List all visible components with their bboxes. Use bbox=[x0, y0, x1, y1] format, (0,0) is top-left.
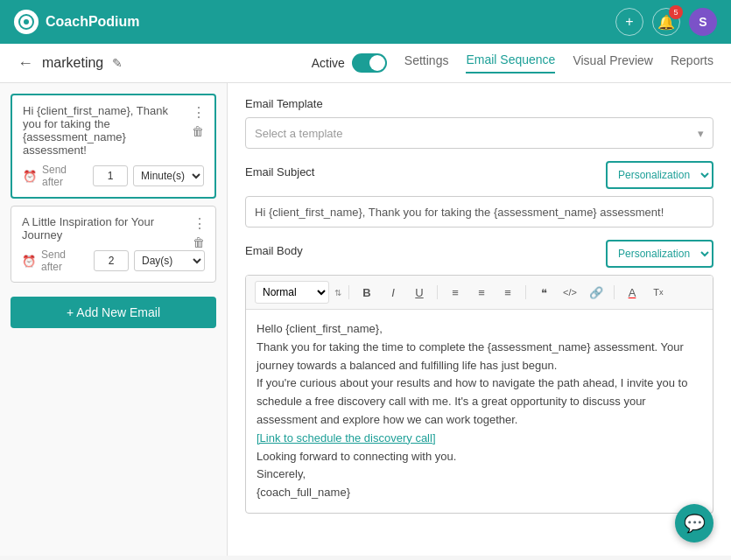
email-subject-group: Email Subject Personalization bbox=[245, 161, 713, 228]
clear-format-button[interactable]: Tx bbox=[648, 282, 669, 303]
code-button[interactable]: </> bbox=[559, 282, 580, 303]
align-button[interactable]: ≡ bbox=[497, 282, 518, 303]
active-label: Active bbox=[312, 56, 345, 70]
notification-badge: 5 bbox=[669, 5, 683, 19]
text-color-button[interactable]: A bbox=[622, 282, 643, 303]
underline-button[interactable]: U bbox=[409, 282, 430, 303]
editor-content[interactable]: Hello {client_first_name}, Thank you for… bbox=[246, 310, 713, 513]
page-title: marketing bbox=[42, 55, 103, 71]
email-subject-row: Email Subject Personalization bbox=[245, 161, 713, 189]
main-layout: Hi {client_first_name}, Thank you for ta… bbox=[0, 83, 731, 556]
chevron-icon: ⇅ bbox=[334, 288, 341, 298]
active-toggle-area: Active bbox=[312, 53, 387, 73]
back-button[interactable]: ← bbox=[18, 54, 33, 73]
chat-fab-button[interactable]: 💬 bbox=[675, 504, 713, 542]
tab-visual-preview[interactable]: Visual Preview bbox=[573, 53, 653, 73]
user-avatar[interactable]: S bbox=[689, 8, 717, 36]
email-card-1-title: Hi {client_first_name}, Thank you for ta… bbox=[23, 104, 204, 157]
app-header: CoachPodium + 🔔 5 S bbox=[0, 0, 731, 44]
text-style-select[interactable]: Normal Heading 1 Heading 2 bbox=[255, 281, 329, 304]
clock-icon-2: ⏰ bbox=[22, 255, 36, 268]
email-subject-input[interactable] bbox=[245, 196, 713, 228]
edit-icon[interactable]: ✎ bbox=[112, 56, 123, 70]
unordered-list-button[interactable]: ≡ bbox=[471, 282, 492, 303]
page-header: ← marketing ✎ Active Settings Email Sequ… bbox=[0, 44, 731, 83]
logo-icon bbox=[14, 10, 39, 34]
send-after-select-2[interactable]: Day(s) Minute(s) Hour(s) bbox=[134, 250, 205, 271]
email-subject-label: Email Subject bbox=[245, 165, 314, 178]
dots-menu-icon-1[interactable]: ⋮ bbox=[192, 104, 206, 121]
italic-button[interactable]: I bbox=[383, 282, 404, 303]
send-after-2: ⏰ Send after Day(s) Minute(s) Hour(s) bbox=[22, 248, 205, 273]
page-title-area: ← marketing ✎ bbox=[18, 54, 123, 73]
toolbar-divider-4 bbox=[614, 285, 615, 299]
toolbar-divider-3 bbox=[525, 285, 526, 299]
right-panel: Email Template Select a template ▾ Email… bbox=[228, 83, 731, 556]
email-card-2-title: A Little Inspiration for Your Journey bbox=[22, 215, 205, 242]
left-panel: Hi {client_first_name}, Thank you for ta… bbox=[0, 83, 228, 556]
email-body-editor: Normal Heading 1 Heading 2 ⇅ B I U ≡ ≡ ≡… bbox=[245, 275, 713, 514]
send-after-input-2[interactable] bbox=[94, 250, 129, 271]
toolbar-divider-2 bbox=[437, 285, 438, 299]
send-after-input-1[interactable] bbox=[93, 165, 128, 186]
dots-menu-icon-2[interactable]: ⋮ bbox=[193, 215, 207, 232]
email-template-label: Email Template bbox=[245, 97, 713, 110]
email-body-row: Email Body Personalization bbox=[245, 240, 713, 268]
tab-email-sequence[interactable]: Email Sequence bbox=[466, 52, 555, 74]
editor-toolbar: Normal Heading 1 Heading 2 ⇅ B I U ≡ ≡ ≡… bbox=[246, 276, 713, 310]
logo: CoachPodium bbox=[14, 10, 140, 34]
link-button[interactable]: 🔗 bbox=[586, 282, 607, 303]
body-personalization-select[interactable]: Personalization bbox=[606, 240, 713, 268]
email-card-2[interactable]: A Little Inspiration for Your Journey ⋮ … bbox=[11, 206, 216, 283]
email-body-label: Email Body bbox=[245, 244, 303, 257]
template-select-dropdown[interactable]: Select a template ▾ bbox=[245, 117, 713, 149]
chat-icon: 💬 bbox=[684, 513, 706, 534]
trash-icon-2[interactable]: 🗑 bbox=[193, 235, 207, 249]
send-after-select-1[interactable]: Minute(s) Hour(s) Day(s) bbox=[133, 165, 204, 186]
toolbar-divider-1 bbox=[348, 285, 349, 299]
email-card-1-actions: ⋮ 🗑 bbox=[192, 104, 206, 138]
svg-point-1 bbox=[24, 19, 29, 24]
header-actions: + 🔔 5 S bbox=[615, 8, 717, 36]
tab-reports[interactable]: Reports bbox=[671, 53, 713, 73]
ordered-list-button[interactable]: ≡ bbox=[445, 282, 466, 303]
send-after-1: ⏰ Send after Minute(s) Hour(s) Day(s) bbox=[23, 164, 204, 188]
email-template-group: Email Template Select a template ▾ bbox=[245, 97, 713, 149]
active-toggle-switch[interactable] bbox=[352, 53, 387, 73]
subject-personalization-select[interactable]: Personalization bbox=[606, 161, 713, 189]
app-name: CoachPodium bbox=[46, 14, 140, 30]
notifications-button[interactable]: 🔔 5 bbox=[652, 8, 680, 36]
bold-button[interactable]: B bbox=[356, 282, 377, 303]
add-button[interactable]: + bbox=[615, 8, 643, 36]
add-email-button[interactable]: + Add New Email bbox=[11, 297, 216, 328]
clock-icon-1: ⏰ bbox=[23, 170, 37, 183]
trash-icon-1[interactable]: 🗑 bbox=[192, 124, 206, 138]
tab-bar: Active Settings Email Sequence Visual Pr… bbox=[312, 52, 713, 74]
email-card-1[interactable]: Hi {client_first_name}, Thank you for ta… bbox=[11, 94, 216, 199]
email-card-2-actions: ⋮ 🗑 bbox=[193, 215, 207, 249]
quote-button[interactable]: ❝ bbox=[533, 282, 554, 303]
tab-settings[interactable]: Settings bbox=[404, 53, 449, 73]
email-body-group: Email Body Personalization Normal Headin… bbox=[245, 240, 713, 514]
dropdown-chevron-icon: ▾ bbox=[698, 127, 704, 140]
